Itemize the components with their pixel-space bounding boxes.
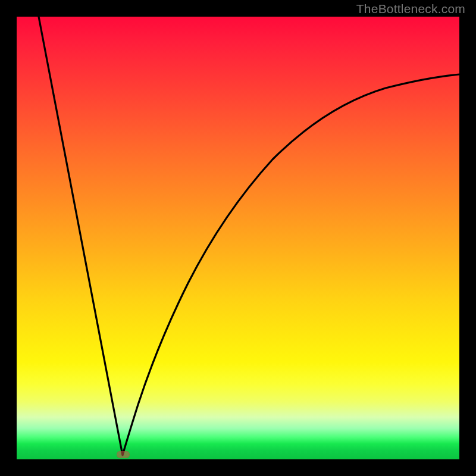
curve-path bbox=[39, 17, 459, 455]
plot-area bbox=[17, 17, 459, 459]
watermark-text: TheBottleneck.com bbox=[356, 2, 465, 16]
bottleneck-curve bbox=[17, 17, 459, 459]
cusp-marker bbox=[117, 451, 130, 458]
chart-frame: TheBottleneck.com bbox=[0, 0, 476, 476]
